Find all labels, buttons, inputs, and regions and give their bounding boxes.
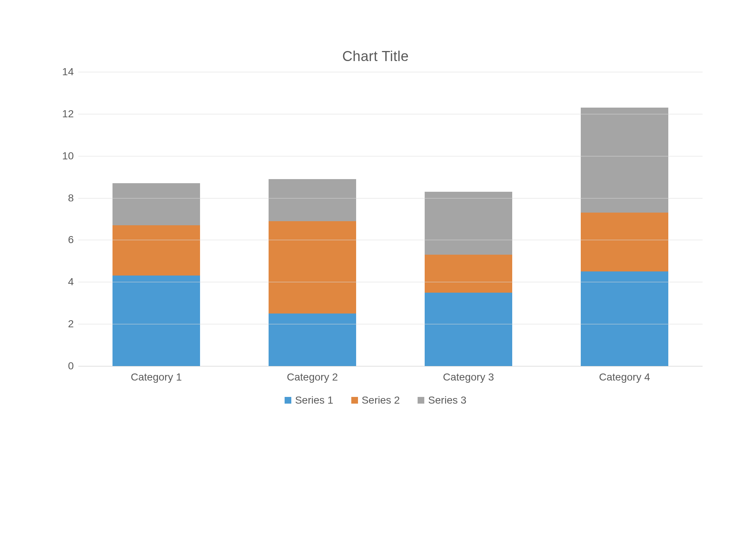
chart-title: Chart Title (48, 48, 703, 64)
y-axis: 02468101214 (48, 72, 78, 366)
bar-segment (113, 183, 200, 225)
legend-label: Series 1 (295, 394, 333, 406)
bar-slot (390, 72, 546, 366)
legend-swatch (285, 397, 291, 404)
bar-segment (269, 314, 356, 366)
x-axis: Category 1Category 2Category 3Category 4 (78, 371, 703, 383)
y-tick-label: 0 (68, 360, 74, 372)
bar-segment (425, 192, 512, 255)
bar-segment (113, 276, 200, 366)
bar-segment (269, 179, 356, 221)
bar-slot (78, 72, 234, 366)
x-tick-label: Category 1 (78, 371, 234, 383)
gridline (78, 72, 703, 72)
gridline (78, 240, 703, 240)
y-tick-label: 6 (68, 234, 74, 246)
bar-segment (581, 108, 668, 213)
legend-swatch (351, 397, 358, 404)
bar-slot (546, 72, 703, 366)
legend-label: Series 2 (362, 394, 400, 406)
bar-segment (113, 225, 200, 276)
gridline (78, 156, 703, 156)
stacked-bar (581, 108, 668, 366)
legend-item: Series 2 (351, 394, 400, 406)
x-tick-label: Category 3 (390, 371, 546, 383)
legend-item: Series 3 (418, 394, 466, 406)
y-tick-label: 14 (62, 66, 74, 78)
bar-segment (581, 271, 668, 366)
y-tick-label: 4 (68, 276, 74, 288)
legend-label: Series 3 (428, 394, 466, 406)
bars-layer (78, 72, 703, 366)
bar-segment (425, 293, 512, 366)
x-tick-label: Category 2 (234, 371, 390, 383)
legend-swatch (418, 397, 424, 404)
gridline (78, 282, 703, 282)
bar-segment (581, 213, 668, 271)
stacked-bar (269, 179, 356, 366)
legend-item: Series 1 (285, 394, 333, 406)
chart-container: Chart Title 02468101214 Category 1Catego… (48, 48, 703, 451)
plot-area (78, 72, 703, 366)
y-tick-label: 12 (62, 108, 74, 120)
gridline (78, 114, 703, 114)
gridline (78, 198, 703, 198)
stacked-bar (425, 192, 512, 366)
y-tick-label: 2 (68, 318, 74, 330)
bar-segment (269, 221, 356, 314)
gridline (78, 324, 703, 324)
bar-segment (425, 255, 512, 293)
stacked-bar (113, 183, 200, 366)
x-tick-label: Category 4 (546, 371, 703, 383)
y-tick-label: 10 (62, 150, 74, 162)
legend: Series 1Series 2Series 3 (48, 394, 703, 406)
bar-slot (234, 72, 390, 366)
plot-row: 02468101214 (48, 72, 703, 366)
y-tick-label: 8 (68, 192, 74, 204)
